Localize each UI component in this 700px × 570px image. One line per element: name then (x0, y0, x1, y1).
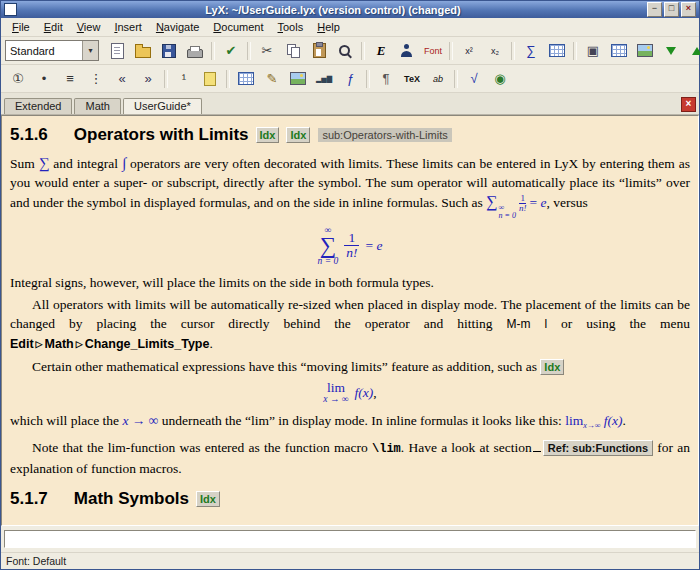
layout-combo[interactable]: Standard▾ (5, 40, 99, 61)
tab-math[interactable]: Math (74, 98, 120, 114)
inline-formula-lim[interactable]: limx→∞ f(x) (565, 413, 622, 428)
insert-table2-button[interactable] (233, 67, 259, 91)
cut-button[interactable]: ✂ (254, 39, 280, 63)
toolbar-separator (449, 42, 453, 60)
insert-label-button[interactable]: ¶ (373, 67, 399, 91)
bullet-list-button[interactable]: • (31, 67, 57, 91)
equals-e: = e (365, 238, 382, 254)
menu-path: Edit▷Math▷Change_Limits_Type (10, 337, 209, 351)
insert-chart-button[interactable]: ▂▅▇ (311, 67, 337, 91)
menu-insert[interactable]: Insert (107, 20, 149, 34)
find-replace-button[interactable] (332, 39, 358, 63)
label-inset[interactable]: sub:Operators-with-Limits (318, 128, 451, 142)
math-macro-button[interactable]: ƒ (337, 67, 363, 91)
inline-formula-sum[interactable]: ∑∞n = 01n!= e (486, 195, 546, 210)
titlebar[interactable]: LyX: ~/UserGuide.lyx (version control) (… (1, 1, 699, 18)
insert-float-button[interactable]: ▣ (580, 39, 606, 63)
spellcheck-button[interactable]: ✔ (218, 39, 244, 63)
tabbar: ExtendedMathUserGuide* × (1, 93, 699, 115)
toolbar-separator (164, 70, 168, 88)
paragraph: Note that the lim-function was entered a… (10, 438, 690, 478)
noun-button[interactable] (394, 39, 420, 63)
menu-navigate[interactable]: Navigate (149, 20, 206, 34)
insert-graphics-button[interactable] (632, 39, 658, 63)
paragraph: All operators with limits will be automa… (10, 295, 690, 354)
menu-separator-icon: ▷ (74, 339, 85, 349)
insert-graphics-icon (637, 44, 653, 57)
insert-footnote-button[interactable]: ¹ (171, 67, 197, 91)
insert-table-button[interactable] (606, 39, 632, 63)
chevron-down-icon[interactable]: ▾ (82, 41, 98, 60)
superscript-button[interactable]: x² (456, 39, 482, 63)
tex-macro: \lim (372, 442, 401, 456)
display-formula-lim[interactable]: lim x → ∞ f(x), (10, 381, 690, 404)
protected-space-marker (533, 442, 541, 452)
insert-matrix-button[interactable] (544, 39, 570, 63)
inline-x-to-infinity[interactable]: x → ∞ (122, 413, 158, 428)
paste-button[interactable] (306, 39, 332, 63)
inline-sum-symbol[interactable]: ∑ (39, 155, 50, 171)
emphasis-button[interactable]: E (368, 39, 394, 63)
print-icon (187, 49, 203, 58)
index-inset[interactable]: Idx (540, 359, 564, 375)
command-buffer-input[interactable] (4, 530, 696, 548)
labeling-list-button[interactable]: ⋮ (83, 67, 109, 91)
subscript-button[interactable]: x₂ (482, 39, 508, 63)
menu-help[interactable]: Help (310, 20, 347, 34)
section-number: 5.1.7 (10, 489, 48, 509)
toolbar-separator (247, 42, 251, 60)
save-button[interactable] (156, 39, 182, 63)
menu-tools[interactable]: Tools (271, 20, 311, 34)
statusbar: Font: Default (1, 552, 699, 569)
fraction: 1n! (519, 194, 527, 213)
tex-code-button[interactable]: TeX (399, 67, 425, 91)
preview-button[interactable]: ◉ (487, 67, 513, 91)
index-inset[interactable]: Idx (286, 127, 310, 143)
menu-document[interactable]: Document (206, 20, 270, 34)
edit-pencil-button[interactable]: ✎ (259, 67, 285, 91)
description-list-button[interactable]: ≡ (57, 67, 83, 91)
minibuffer (1, 526, 699, 552)
increase-depth-button[interactable]: » (135, 67, 161, 91)
toolbar-separator (211, 42, 215, 60)
index-inset[interactable]: Idx (196, 491, 220, 507)
menu-file[interactable]: File (5, 20, 37, 34)
menu-edit[interactable]: Edit (37, 20, 70, 34)
menubar: FileEditViewInsertNavigateDocumentToolsH… (1, 18, 699, 37)
document-area[interactable]: 5.1.6 Operators with Limits Idx Idx sub:… (1, 115, 699, 526)
font-style-button[interactable]: ab (425, 67, 451, 91)
text-run: and integral (49, 156, 121, 171)
free-font-button[interactable]: Font (420, 39, 446, 63)
index-inset[interactable]: Idx (256, 127, 280, 143)
cross-reference-inset[interactable]: Ref: sub:Functions (543, 440, 653, 456)
insert-marginnote-button[interactable] (197, 67, 223, 91)
navigate-up-button[interactable] (684, 39, 700, 63)
function-term: f(x), (355, 385, 377, 401)
paragraph: Sum ∑ and integral ∫ operators are very … (10, 154, 690, 220)
decrease-depth-button[interactable]: « (109, 67, 135, 91)
maximize-button[interactable]: □ (664, 2, 679, 17)
numbered-list-button[interactable]: ① (5, 67, 31, 91)
open-document-button[interactable] (130, 39, 156, 63)
tab-extended[interactable]: Extended (4, 98, 72, 114)
menu-separator-icon: ▷ (34, 339, 45, 349)
tab-userguide[interactable]: UserGuide* (123, 98, 202, 114)
display-formula-sum[interactable]: ∞ ∑ n = 0 1 n! = e (10, 225, 690, 266)
math-sqrt-button[interactable]: √ (461, 67, 487, 91)
new-document-button[interactable] (104, 39, 130, 63)
insert-marginnote-icon (204, 72, 216, 86)
navigate-down-button[interactable] (658, 39, 684, 63)
close-tab-icon[interactable]: × (681, 97, 696, 112)
close-button[interactable]: × (681, 2, 696, 17)
fraction: 1 n! (344, 231, 359, 260)
text-run: Certain other mathematical expressions h… (32, 359, 540, 374)
menu-view[interactable]: View (70, 20, 108, 34)
insert-graphics2-button[interactable] (285, 67, 311, 91)
math-panel-button[interactable]: ∑ (518, 39, 544, 63)
section-heading-517: 5.1.7 Math Symbols Idx (10, 489, 690, 509)
noun-icon (401, 44, 413, 57)
copy-button[interactable] (280, 39, 306, 63)
toolbar-separator (366, 70, 370, 88)
print-button[interactable] (182, 39, 208, 63)
minimize-button[interactable]: − (647, 2, 662, 17)
